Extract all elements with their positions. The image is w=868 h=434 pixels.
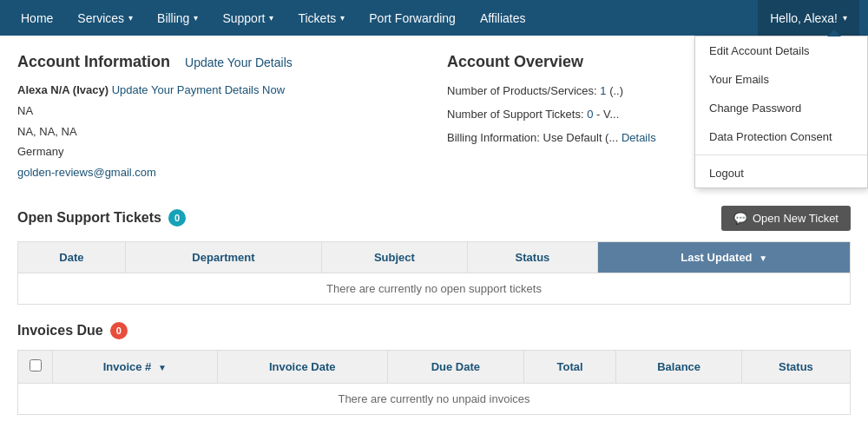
col-due-date[interactable]: Due Date (387, 350, 523, 383)
col-inv-status[interactable]: Status (741, 350, 850, 383)
invoices-table: Invoice # ▼ Invoice Date Due Date Total … (17, 350, 851, 415)
support-tickets-section: Open Support Tickets 0 💬 Open New Ticket… (17, 206, 851, 305)
support-tickets-header: Open Support Tickets 0 💬 Open New Ticket (17, 206, 851, 231)
open-new-ticket-button[interactable]: 💬 Open New Ticket (721, 206, 851, 231)
col-total[interactable]: Total (523, 350, 615, 383)
billing-details-link[interactable]: Details (621, 131, 656, 144)
nav-home[interactable]: Home (9, 0, 65, 36)
dropdown-divider (695, 155, 867, 155)
billing-dropdown-icon: ▾ (194, 13, 198, 23)
col-last-updated[interactable]: Last Updated ▼ (598, 241, 851, 273)
invoices-heading: Invoices Due 0 (17, 322, 128, 339)
logout-item[interactable]: Logout (695, 159, 867, 187)
nav-tickets[interactable]: Tickets ▾ (286, 0, 357, 36)
tickets-dropdown-icon: ▾ (340, 13, 345, 23)
user-dropdown-icon: ▾ (843, 13, 847, 23)
update-details-link[interactable]: Update Your Details (185, 56, 293, 69)
support-tickets-table: Date Department Subject Status Last Upda… (17, 241, 851, 305)
invoices-header: Invoices Due 0 (17, 322, 851, 339)
col-status[interactable]: Status (467, 241, 598, 273)
col-invoice-num[interactable]: Invoice # ▼ (53, 350, 218, 383)
col-date[interactable]: Date (18, 241, 126, 273)
products-count-link[interactable]: 1 (600, 84, 606, 97)
account-name: Alexa N/A (Ivacy) (17, 83, 108, 96)
support-tickets-heading: Open Support Tickets 0 (17, 209, 186, 227)
invoice-sort-icon: ▼ (158, 363, 167, 372)
edit-account-details-item[interactable]: Edit Account Details (695, 36, 867, 65)
nav-port-forwarding[interactable]: Port Forwarding (357, 0, 468, 36)
col-balance[interactable]: Balance (616, 350, 742, 383)
col-subject[interactable]: Subject (322, 241, 468, 273)
select-all-checkbox[interactable] (30, 359, 42, 372)
support-tickets-empty-message: There are currently no open support tick… (18, 273, 851, 304)
sort-arrow-icon: ▼ (759, 253, 767, 263)
support-tickets-header-row: Date Department Subject Status Last Upda… (18, 241, 851, 273)
support-tickets-empty-row: There are currently no open support tick… (18, 273, 851, 304)
account-line2: NA, NA, NA (17, 123, 421, 141)
nav-user-menu[interactable]: Hello, Alexa! ▾ (758, 0, 859, 36)
account-info-title: Account Information Update Your Details (17, 53, 421, 71)
nav-affiliates[interactable]: Affiliates (468, 0, 538, 36)
user-greeting: Hello, Alexa! (770, 11, 838, 25)
data-protection-item[interactable]: Data Protection Consent (695, 122, 867, 151)
navbar: Home Services ▾ Billing ▾ Support ▾ Tick… (0, 0, 868, 36)
account-email[interactable]: golden-reviews@gmail.com (17, 166, 156, 179)
support-dropdown-icon: ▾ (269, 13, 273, 23)
account-line3: Germany (17, 143, 421, 161)
ticket-icon: 💬 (733, 212, 747, 225)
nav-services[interactable]: Services ▾ (65, 0, 145, 36)
col-invoice-date[interactable]: Invoice Date (217, 350, 387, 383)
invoices-section: Invoices Due 0 Invoice # ▼ Invoice Date … (17, 322, 851, 415)
invoices-empty-row: There are currently no unpaid invoices (18, 383, 851, 414)
tickets-count-link[interactable]: 0 (587, 108, 593, 121)
invoices-empty-message: There are currently no unpaid invoices (18, 383, 851, 414)
change-password-item[interactable]: Change Password (695, 94, 867, 122)
user-dropdown-menu: Edit Account Details Your Emails Change … (694, 36, 868, 188)
col-checkbox (18, 350, 53, 383)
update-payment-link[interactable]: Update Your Payment Details Now (112, 83, 285, 96)
services-dropdown-icon: ▾ (128, 13, 133, 23)
nav-billing[interactable]: Billing ▾ (145, 0, 210, 36)
account-line1: NA (17, 102, 421, 121)
your-emails-item[interactable]: Your Emails (695, 65, 867, 94)
account-name-line: Alexa N/A (Ivacy) Update Your Payment De… (17, 82, 421, 100)
support-tickets-badge: 0 (168, 209, 186, 227)
col-department[interactable]: Department (125, 241, 321, 273)
account-information: Account Information Update Your Details … (17, 53, 421, 185)
invoices-badge: 0 (110, 322, 128, 339)
nav-support[interactable]: Support ▾ (210, 0, 286, 36)
invoices-header-row: Invoice # ▼ Invoice Date Due Date Total … (18, 350, 851, 383)
